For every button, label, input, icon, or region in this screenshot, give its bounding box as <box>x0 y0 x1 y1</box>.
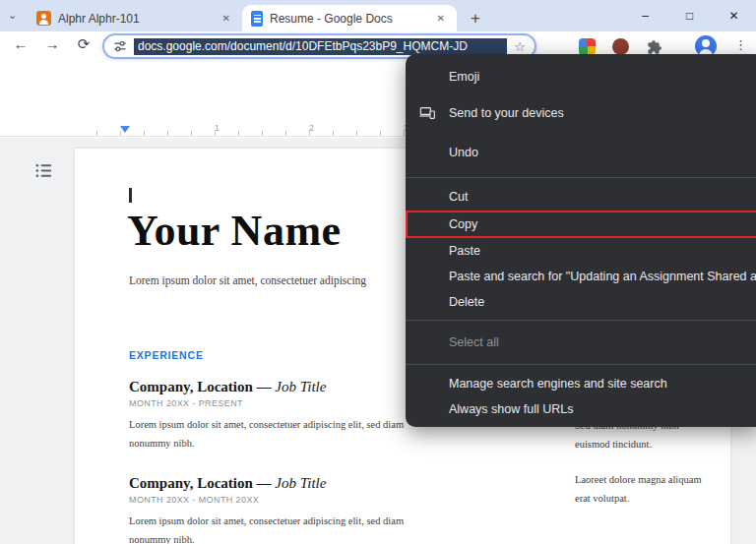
browser-menu-kebab-icon[interactable]: ⋮ <box>734 37 747 52</box>
resume-right-column: Sed diam nonummy nibh euismod tincidunt.… <box>575 416 705 524</box>
extension-icon-a[interactable] <box>579 38 596 55</box>
tab-label: Alphr Alphr-101 <box>58 12 213 26</box>
extensions-puzzle-icon[interactable] <box>646 38 662 55</box>
window-controls: – □ ✕ <box>623 0 756 31</box>
experience-entry: Company, Location — Job TitleMONTH 20XX … <box>129 475 436 544</box>
menu-item-paste-and-search-for-updating-an-assignm[interactable]: Paste and search for "Updating an Assign… <box>406 264 756 289</box>
menu-item-label: Emoji <box>449 70 479 84</box>
docs-favicon <box>251 11 263 27</box>
experience-entry: Company, Location — Job TitleMONTH 20XX … <box>129 379 436 453</box>
experience-entries: Company, Location — Job TitleMONTH 20XX … <box>129 379 436 544</box>
menu-item-label: Cut <box>449 190 468 204</box>
tab-search-chevron-icon[interactable]: ⌄ <box>8 9 17 22</box>
job-description: Lorem ipsum dolor sit amet, consectetuer… <box>129 512 424 544</box>
menu-separator <box>406 364 756 365</box>
experience-section-heading: EXPERIENCE <box>129 349 204 361</box>
new-tab-button[interactable]: + <box>471 10 480 27</box>
menu-item-always-show-full-urls[interactable]: Always show full URLs <box>406 397 756 421</box>
right-column-paragraph: Laoreet dolore magna aliquam erat volutp… <box>575 470 705 509</box>
text-cursor <box>129 188 132 203</box>
indent-marker[interactable] <box>120 126 130 133</box>
site-settings-icon[interactable] <box>113 39 127 53</box>
url-text-selected: docs.google.com/document/d/10DFEtbPqs23b… <box>134 38 507 55</box>
menu-item-label: Paste and search for "Updating an Assign… <box>449 270 756 283</box>
job-role-text: Job Title <box>275 475 326 491</box>
tab-strip: ⌄ Alphr Alphr-101✕Resume - Google Docs✕ … <box>0 0 756 31</box>
ruler-number: 1 <box>215 123 220 133</box>
context-menu: EmojiSend to your devicesUndoCutCopyPast… <box>406 54 756 427</box>
tabs-container: Alphr Alphr-101✕Resume - Google Docs✕ <box>28 5 457 31</box>
menu-item-paste[interactable]: Paste <box>406 238 756 264</box>
menu-item-label: Copy <box>449 217 477 231</box>
menu-item-undo[interactable]: Undo <box>406 133 756 172</box>
menu-item-emoji[interactable]: Emoji <box>406 60 756 93</box>
resume-name-heading: Your Name <box>127 206 342 256</box>
document-outline-icon[interactable] <box>34 161 54 181</box>
job-dates: MONTH 20XX - PRESENT <box>129 398 436 408</box>
job-dates: MONTH 20XX - MONTH 20XX <box>129 495 436 505</box>
browser-window: ⌄ Alphr Alphr-101✕Resume - Google Docs✕ … <box>0 0 756 544</box>
bookmark-star-icon[interactable]: ☆ <box>514 39 526 54</box>
job-company-text: Company, Location <box>129 475 253 491</box>
menu-separator <box>406 177 756 178</box>
tab-close-icon[interactable]: ✕ <box>434 12 448 25</box>
resume-intro-text: Lorem ipsum dolor sit amet, consectetuer… <box>129 274 366 286</box>
menu-item-label: Select all <box>449 335 499 349</box>
job-heading-dash: — <box>253 475 276 491</box>
job-role-text: Job Title <box>275 379 326 394</box>
menu-item-label: Send to your devices <box>449 106 564 120</box>
window-close-button[interactable]: ✕ <box>712 0 756 31</box>
job-description: Lorem ipsum dolor sit amet, consectetuer… <box>129 415 424 453</box>
reload-button[interactable]: ⟳ <box>73 35 94 53</box>
devices-icon <box>419 106 435 120</box>
maximize-button[interactable]: □ <box>667 0 712 31</box>
job-heading: Company, Location — Job Title <box>129 379 436 395</box>
menu-item-send-to-your-devices[interactable]: Send to your devices <box>406 93 756 133</box>
menu-item-copy[interactable]: Copy <box>406 211 756 238</box>
menu-item-label: Paste <box>449 244 480 258</box>
menu-item-label: Undo <box>449 146 478 159</box>
tab-label: Resume - Google Docs <box>270 12 427 26</box>
menu-item-label: Delete <box>449 295 484 309</box>
menu-separator <box>406 320 756 321</box>
minimize-button[interactable]: – <box>623 0 667 31</box>
ruler-number: 2 <box>309 123 314 133</box>
tab-close-icon[interactable]: ✕ <box>220 12 233 25</box>
extension-icon-b[interactable] <box>612 38 629 55</box>
job-heading-dash: — <box>253 379 276 394</box>
menu-item-label: Manage search engines and site search <box>449 377 667 391</box>
menu-item-cut[interactable]: Cut <box>406 183 756 211</box>
forward-button[interactable]: → <box>41 35 63 52</box>
job-company-text: Company, Location <box>129 379 253 394</box>
tab-docs[interactable]: Resume - Google Docs✕ <box>242 5 457 31</box>
menu-item-delete[interactable]: Delete <box>406 289 756 315</box>
alphr-favicon <box>36 11 51 26</box>
tab-alphr[interactable]: Alphr Alphr-101✕ <box>28 5 242 31</box>
back-button[interactable]: ← <box>10 35 32 52</box>
job-heading: Company, Location — Job Title <box>129 475 436 492</box>
menu-item-label: Always show full URLs <box>449 402 573 416</box>
menu-item-select-all: Select all <box>406 326 756 359</box>
menu-item-manage-search-engines-and-site-search[interactable]: Manage search engines and site search <box>406 370 756 397</box>
